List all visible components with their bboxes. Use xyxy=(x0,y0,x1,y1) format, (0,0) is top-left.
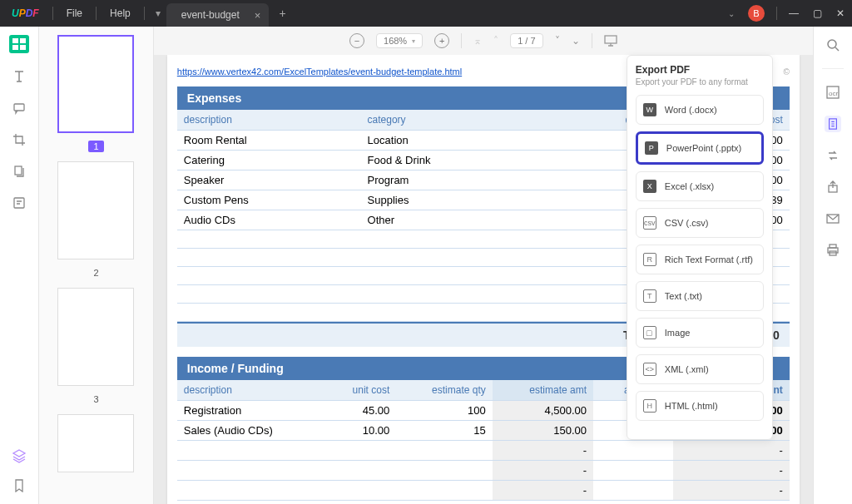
text-tool-icon[interactable] xyxy=(11,68,27,85)
export-pdf-panel: Export PDF Export your PDF to any format… xyxy=(627,55,773,440)
page-indicator[interactable]: 1 / 7 xyxy=(510,33,542,48)
comment-icon[interactable] xyxy=(11,100,27,116)
svg-rect-2 xyxy=(12,45,18,50)
ocr-icon[interactable]: ocr xyxy=(825,84,841,101)
email-icon[interactable] xyxy=(825,210,841,227)
template-link[interactable]: https://www.vertex42.com/ExcelTemplates/… xyxy=(177,67,462,77)
title-bar: UPDF File Help ▾ event-budget × + ⌄ B — … xyxy=(0,0,852,27)
tab-close-button[interactable]: × xyxy=(255,9,261,22)
svg-rect-1 xyxy=(20,38,26,43)
pages-icon[interactable] xyxy=(11,163,27,180)
left-tool-rail xyxy=(0,27,39,504)
svg-point-8 xyxy=(828,40,836,48)
form-icon[interactable] xyxy=(11,195,27,211)
titlebar-dropdown[interactable]: ⌄ xyxy=(721,9,741,18)
layers-icon[interactable] xyxy=(11,447,27,464)
right-tool-rail: ocr xyxy=(813,27,852,504)
window-minimize[interactable]: — xyxy=(782,7,805,19)
window-close[interactable]: ✕ xyxy=(829,7,852,19)
prev-page-icon[interactable]: ˄ xyxy=(493,35,498,47)
page-thumbnail-1[interactable] xyxy=(57,35,134,133)
document-toolbar: − 168%▾ + ⌅ ˄ 1 / 7 ˅ ⌄ xyxy=(154,27,813,55)
svg-rect-7 xyxy=(605,36,617,43)
format-icon: ▢ xyxy=(643,326,656,339)
svg-rect-5 xyxy=(15,166,22,175)
crop-icon[interactable] xyxy=(11,131,27,148)
thumb-label-1: 1 xyxy=(88,141,103,152)
document-tab[interactable]: event-budget × xyxy=(166,3,270,27)
last-page-icon[interactable]: ⌄ xyxy=(572,35,580,47)
copyright-mark: © xyxy=(783,67,789,77)
svg-text:ocr: ocr xyxy=(829,90,838,97)
format-icon: csv xyxy=(643,216,656,230)
zoom-value[interactable]: 168%▾ xyxy=(376,33,423,48)
export-option-text[interactable]: TText (.txt) xyxy=(636,281,764,311)
share-icon[interactable] xyxy=(825,179,841,195)
format-icon: <> xyxy=(643,363,656,376)
format-icon: R xyxy=(643,253,656,266)
thumbnail-panel: 1 2 3 xyxy=(39,27,154,504)
window-maximize[interactable]: ▢ xyxy=(805,7,829,19)
export-option-csv[interactable]: csvCSV (.csv) xyxy=(636,208,764,238)
page-thumbnail-3[interactable] xyxy=(57,288,134,386)
export-option-powerpoint[interactable]: PPowerPoint (.pptx) xyxy=(636,131,764,165)
presentation-icon[interactable] xyxy=(604,35,617,47)
export-option-word[interactable]: WWord (.docx) xyxy=(636,95,764,125)
app-logo: UPDF xyxy=(0,7,51,19)
format-icon: T xyxy=(643,289,656,303)
menu-file[interactable]: File xyxy=(55,7,94,19)
search-icon[interactable] xyxy=(825,37,841,53)
thumbnails-icon[interactable] xyxy=(9,35,29,53)
export-option-xml[interactable]: <>XML (.xml) xyxy=(636,354,764,384)
user-avatar[interactable]: B xyxy=(748,5,765,22)
export-icon[interactable] xyxy=(825,116,841,132)
thumb-label-3: 3 xyxy=(93,394,98,404)
print-icon[interactable] xyxy=(825,242,841,259)
new-tab-button[interactable]: + xyxy=(269,7,295,20)
page-thumbnail-4[interactable] xyxy=(57,414,134,472)
svg-rect-6 xyxy=(14,198,24,208)
format-icon: P xyxy=(645,141,658,155)
export-subtitle: Export your PDF to any format xyxy=(636,77,764,86)
format-icon: X xyxy=(643,180,656,193)
convert-icon[interactable] xyxy=(825,147,841,164)
thumb-label-2: 2 xyxy=(93,268,98,278)
export-option-rich[interactable]: RRich Text Format (.rtf) xyxy=(636,245,764,274)
zoom-out-button[interactable]: − xyxy=(349,33,364,48)
bookmark-icon[interactable] xyxy=(11,477,27,494)
next-page-icon[interactable]: ˅ xyxy=(555,35,560,47)
export-option-image[interactable]: ▢Image xyxy=(636,318,764,348)
export-option-excel[interactable]: XExcel (.xlsx) xyxy=(636,171,764,201)
zoom-in-button[interactable]: + xyxy=(434,33,449,48)
svg-rect-0 xyxy=(12,38,18,43)
tab-title: event-budget xyxy=(181,9,240,21)
tab-list-toggle[interactable]: ▾ xyxy=(150,7,166,19)
first-page-icon[interactable]: ⌅ xyxy=(473,35,482,47)
svg-rect-4 xyxy=(14,104,24,111)
menu-help[interactable]: Help xyxy=(98,7,142,19)
format-icon: W xyxy=(643,103,656,116)
export-title: Export PDF xyxy=(636,64,764,76)
format-icon: H xyxy=(643,399,656,413)
page-thumbnail-2[interactable] xyxy=(57,161,134,259)
export-option-html[interactable]: HHTML (.html) xyxy=(636,391,764,421)
svg-rect-3 xyxy=(20,45,26,50)
